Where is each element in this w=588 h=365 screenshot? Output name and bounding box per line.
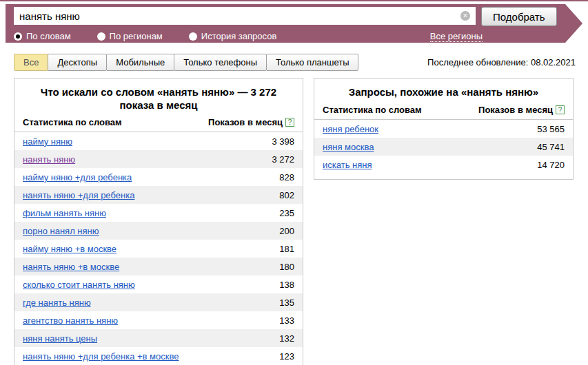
radio-label: По словам xyxy=(26,31,71,41)
table-row: где нанять няню 135 xyxy=(14,293,303,311)
keyword-link[interactable]: искать няня xyxy=(323,160,372,170)
row-value: 45 741 xyxy=(537,142,565,152)
column-value-label: Показов в месяц xyxy=(478,105,553,115)
tabs-row: Все Десктопы Мобильные Только телефоны Т… xyxy=(14,54,576,71)
table-row: няня нанять цены 132 xyxy=(14,329,303,347)
row-value: 14 720 xyxy=(537,160,565,170)
filter-radio[interactable]: По регионам xyxy=(97,31,163,41)
column-value-label: Показов в месяц xyxy=(208,117,283,127)
column-value: Показов в месяц ? xyxy=(208,117,294,127)
device-tabs: Все Десктопы Мобильные Только телефоны Т… xyxy=(14,54,358,71)
row-value: 828 xyxy=(279,172,294,182)
keyword-rows: найму няню 3 398 нанять няню 3 272 найму… xyxy=(14,132,303,365)
keyword-link[interactable]: сколько стоит нанять няню xyxy=(23,280,135,290)
keyword-link[interactable]: няня ребенок xyxy=(323,124,378,134)
panel-title: Что искали со словом «нанять няню» — 3 2… xyxy=(14,79,303,117)
table-row: нанять няню +для ребенка 802 xyxy=(14,186,303,204)
row-value: 3 398 xyxy=(272,136,294,147)
table-row: агентство нанять няню 133 xyxy=(14,311,303,329)
header-arrow-icon xyxy=(565,4,582,43)
device-tab[interactable]: Десктопы xyxy=(48,54,107,71)
filter-radio[interactable]: История запросов xyxy=(189,31,277,41)
keyword-link[interactable]: порно нанял няню xyxy=(23,226,99,236)
device-tab[interactable]: Только телефоны xyxy=(174,54,267,71)
search-row: ✕ Подобрать xyxy=(6,4,565,26)
table-row: няня москва 45 741 xyxy=(314,138,573,156)
row-value: 181 xyxy=(279,244,294,254)
keyword-link[interactable]: няня нанять цены xyxy=(23,333,97,344)
panel-title: Запросы, похожие на «нанять няню» xyxy=(314,79,573,105)
row-value: 53 565 xyxy=(537,124,565,134)
keyword-link[interactable]: агентство нанять няню xyxy=(23,315,118,326)
similar-queries-panel: Запросы, похожие на «нанять няню» Статис… xyxy=(314,78,574,180)
radio-icon xyxy=(189,32,197,41)
keyword-link[interactable]: найму няню xyxy=(23,136,72,147)
radio-icon xyxy=(14,32,22,41)
keyword-link[interactable]: где нанять няню xyxy=(23,298,91,308)
row-value: 802 xyxy=(279,190,294,200)
device-tab[interactable]: Мобильные xyxy=(106,54,174,71)
keyword-link[interactable]: фильм нанять няню xyxy=(23,208,106,218)
table-row: искать няня 14 720 xyxy=(314,156,573,174)
row-value: 132 xyxy=(279,333,294,344)
table-row: найму няню 3 398 xyxy=(14,132,303,150)
table-row: нанять няню +для ребенка +в москве 123 xyxy=(14,347,303,365)
all-regions-link[interactable]: Все регионы xyxy=(430,31,483,42)
table-row: найму няню +для ребенка 828 xyxy=(14,168,303,186)
keyword-link[interactable]: нанять няню +для ребенка xyxy=(23,190,134,200)
row-value: 235 xyxy=(279,208,294,218)
row-value: 123 xyxy=(279,351,294,362)
page-top-border xyxy=(0,0,588,1)
device-tab[interactable]: Только планшеты xyxy=(266,54,358,71)
clear-icon[interactable]: ✕ xyxy=(460,11,470,21)
table-row: фильм нанять няню 235 xyxy=(14,204,303,222)
radio-label: История запросов xyxy=(201,31,277,41)
last-update-label: Последнее обновление: 08.02.2021 xyxy=(427,54,576,67)
help-icon[interactable]: ? xyxy=(556,105,565,114)
table-row: нанять няню +в москве 180 xyxy=(14,258,303,275)
keyword-link[interactable]: нанять няню xyxy=(23,154,75,165)
row-value: 3 272 xyxy=(272,154,294,165)
table-header: Статистика по словам Показов в месяц ? xyxy=(314,105,573,120)
row-value: 200 xyxy=(279,226,294,236)
column-keyword: Статистика по словам xyxy=(323,105,422,115)
table-row: найму няню +в москве 181 xyxy=(14,240,303,258)
search-input-wrap: ✕ xyxy=(14,7,476,25)
filter-radio[interactable]: По словам xyxy=(14,31,71,41)
table-row: порно нанял няню 200 xyxy=(14,222,303,240)
help-icon[interactable]: ? xyxy=(285,118,294,127)
search-input[interactable] xyxy=(14,7,476,25)
radio-icon xyxy=(97,32,105,41)
table-header: Статистика по словам Показов в месяц ? xyxy=(14,117,303,132)
keyword-link[interactable]: няня москва xyxy=(323,142,374,152)
keyword-link[interactable]: найму няню +для ребенка xyxy=(23,172,132,182)
submit-button[interactable]: Подобрать xyxy=(481,7,557,26)
keyword-link[interactable]: нанять няню +для ребенка +в москве xyxy=(23,351,179,362)
table-row: сколько стоит нанять няню 138 xyxy=(14,275,303,293)
table-row: нанять няню 3 272 xyxy=(14,150,303,168)
row-value: 138 xyxy=(279,280,294,290)
row-value: 180 xyxy=(279,262,294,272)
similar-rows: няня ребенок 53 565 няня москва 45 741 и… xyxy=(314,120,573,174)
keyword-link[interactable]: найму няню +в москве xyxy=(23,244,116,254)
column-keyword: Статистика по словам xyxy=(23,117,122,127)
radio-label: По регионам xyxy=(110,31,163,41)
device-tab[interactable]: Все xyxy=(14,54,48,71)
search-header: ✕ Подобрать По словам По регионам Истори… xyxy=(6,4,565,43)
table-row: няня ребенок 53 565 xyxy=(314,120,573,138)
filter-radios: По словам По регионам История запросов xyxy=(14,31,303,41)
filter-row: По словам По регионам История запросов В… xyxy=(6,31,565,41)
column-value: Показов в месяц ? xyxy=(478,105,565,115)
keyword-link[interactable]: нанять няню +в москве xyxy=(23,262,119,272)
row-value: 133 xyxy=(279,315,294,326)
results-area: Что искали со словом «нанять няню» — 3 2… xyxy=(14,78,588,365)
keyword-stats-panel: Что искали со словом «нанять няню» — 3 2… xyxy=(14,78,303,365)
row-value: 135 xyxy=(279,298,294,308)
